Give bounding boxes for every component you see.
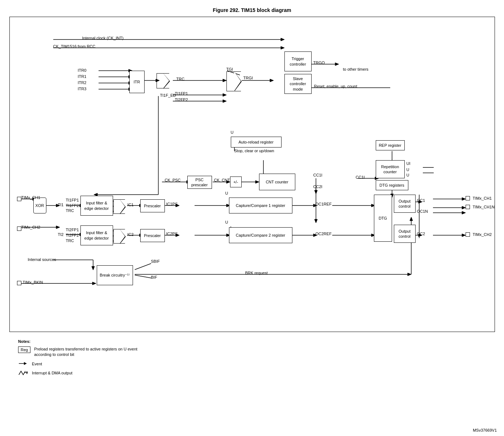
ck-cnt-label: CK_CNT (214, 178, 230, 182)
note-reg-item: Reg Preload registers transferred to act… (18, 346, 497, 358)
note-interrupt-item: Interrupt & DMA output (18, 370, 497, 376)
svg-marker-106 (92, 282, 96, 285)
cc1i-top-label: CC1I (313, 173, 322, 177)
svg-marker-95 (56, 226, 60, 229)
timx-ch1n-out-port (466, 205, 470, 209)
trc-label: TRC (176, 77, 185, 81)
brk-request-label: BRK request (245, 271, 268, 275)
notes-title: Notes: (18, 339, 497, 344)
ic1-mux (113, 199, 125, 214)
auto-reload-box: Auto-reload register (231, 137, 282, 148)
itr1-label: ITR1 (78, 74, 87, 79)
cc1i-u-label: U (225, 191, 228, 195)
output-control-1-box: Output control (394, 195, 416, 213)
repetition-counter-box: Repetition counter (376, 160, 405, 178)
svg-marker-101 (408, 273, 411, 276)
timx-ch1n-out-label: TIMx_CH1N (473, 205, 495, 209)
svg-marker-23 (223, 94, 226, 96)
input-filter-1-box: Input filter & edge detector (80, 196, 113, 216)
connectors-svg (10, 17, 495, 332)
input-filter-2-box: Input filter & edge detector (80, 225, 113, 245)
interrupt-arrow-svg (18, 370, 28, 375)
ck-tim1516-label: CK_TIM1516 from RCC (53, 44, 96, 49)
event-text: Event (32, 361, 42, 367)
tgi-label: TGI (226, 67, 233, 71)
itr3-label: ITR3 (78, 87, 87, 91)
ti1fp2-1-label: TI1FP2 (66, 203, 79, 208)
ti1f-ed-label: TI1F_ED (160, 93, 176, 97)
ti2-label: TI2 (58, 232, 64, 237)
svg-marker-69 (462, 206, 466, 209)
timx-ch2-out-port (466, 232, 470, 237)
itr2-label: ITR2 (78, 80, 87, 85)
plus-minus-box: +/- (230, 177, 242, 187)
prescaler-2-box: Prescaler (140, 229, 165, 242)
ui-label: UI (407, 161, 411, 166)
figure-title: Figure 292. TIM15 block diagram (7, 7, 497, 13)
svg-marker-104 (92, 266, 95, 270)
event-arrow-svg (18, 361, 28, 366)
oc1ref-label: OC1REF (316, 202, 332, 206)
prescaler-1-box: Prescaler (140, 199, 165, 212)
svg-marker-123 (24, 362, 27, 365)
to-other-timers-label: to other timers (343, 67, 368, 71)
bif-label: BIF (151, 275, 157, 279)
trigger-controller-box: Trigger controller (284, 51, 312, 71)
reg-box: Reg (18, 346, 30, 353)
svg-marker-47 (315, 219, 317, 223)
ti2fp2-2-label: TI2FP2 (66, 233, 79, 237)
reset-enable-label: Reset, enable, up, count (314, 84, 357, 88)
svg-marker-89 (462, 234, 466, 237)
timx-ch1-out-label: TIMx_CH1 (473, 196, 492, 200)
ic2-mux (113, 229, 125, 244)
u-rep1-label: U (407, 167, 409, 172)
svg-marker-67 (462, 198, 466, 200)
trc-1-label: TRC (66, 208, 74, 213)
timx-ch2-in-port (17, 227, 21, 231)
psc-prescaler-box: PSC prescaler (187, 176, 212, 189)
capture-compare-1-box: Capture/Compare 1 register (229, 198, 292, 213)
u-arrow-label: U (231, 130, 234, 134)
capture-compare-2-box: Capture/Compare 2 register (229, 227, 292, 243)
timx-ch1-out-port (466, 196, 470, 200)
svg-line-107 (135, 263, 151, 270)
oc1-label: OC1 (417, 198, 425, 203)
itr-mux (157, 73, 169, 88)
event-icon (18, 361, 28, 366)
reg-text: Preload registers transferred to active … (34, 346, 143, 358)
svg-marker-3 (281, 46, 284, 49)
u-rep2-label: U (407, 173, 409, 177)
oc2ref-label: OC2REF (316, 232, 332, 236)
ic2ps-label: IC2PS (166, 232, 178, 236)
svg-marker-119 (462, 211, 466, 214)
slave-controller-box: Slave controller mode (284, 74, 312, 94)
ti2fp2-top-label: TI2FP2 (175, 97, 188, 102)
trgo-label: TRGO (313, 61, 325, 65)
svg-marker-29 (335, 63, 339, 66)
ti1fp1-top-label: TI1FP1 (175, 91, 188, 96)
page: Figure 292. TIM15 block diagram (0, 0, 504, 436)
version-label: MSv37669V1 (473, 428, 497, 432)
svg-line-108 (135, 275, 151, 278)
ti1fp1-1-label: TI1FP1 (66, 198, 79, 202)
timx-ch2-in-label: TIMx_CH2 (21, 225, 41, 229)
svg-marker-1 (281, 38, 284, 41)
svg-marker-15 (223, 79, 226, 82)
ck-psc-label: CK_PSC (165, 178, 181, 182)
trc-2-label: TRC (66, 238, 74, 243)
svg-marker-40 (255, 180, 259, 183)
cc1i-dtg-label: CC1I (356, 175, 365, 179)
break-circuitry-box: Break circuitry⁻¹⁾ (97, 265, 133, 285)
trgi-label: TRGI (243, 76, 253, 80)
output-control-2-box: Output control (394, 225, 416, 243)
itr0-label: ITR0 (78, 68, 87, 72)
timx-bkin-port (17, 281, 21, 285)
svg-marker-25 (223, 100, 226, 103)
trgi-mux (226, 71, 241, 91)
ic1-label: IC1 (128, 203, 134, 207)
timx-ch1-in-label: TIMx_CH1 (21, 195, 41, 200)
svg-marker-125 (27, 371, 28, 374)
dtg-box: DTG (374, 195, 392, 242)
cc2i-top-label: CC2I (313, 184, 322, 189)
dtg-registers-box: DTG registers (376, 180, 408, 190)
